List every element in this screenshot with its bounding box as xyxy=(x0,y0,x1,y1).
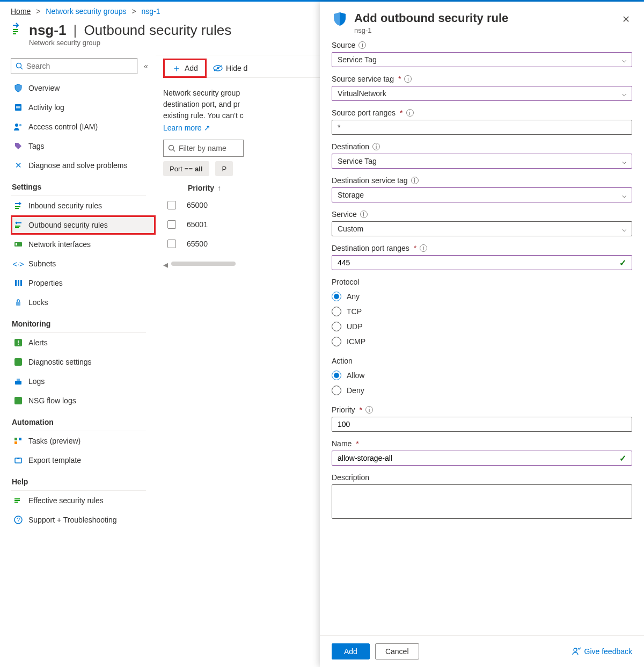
export-icon xyxy=(13,455,23,465)
sidebar-item-subnets[interactable]: <·>Subnets xyxy=(11,254,156,273)
sidebar-item-tasks[interactable]: Tasks (preview) xyxy=(11,431,156,451)
svg-rect-15 xyxy=(14,358,22,366)
protocol-udp[interactable]: UDP xyxy=(332,319,632,334)
sidebar-item-support[interactable]: ?Support + Troubleshooting xyxy=(11,510,156,530)
label-priority: Priority xyxy=(332,405,355,414)
scroll-left-icon[interactable]: ◂ xyxy=(163,259,168,271)
tag-icon xyxy=(13,141,23,151)
svg-rect-11 xyxy=(20,280,22,286)
filter-pill-port[interactable]: Port==all xyxy=(163,161,209,176)
sidebar-item-flowlogs[interactable]: NSG flow logs xyxy=(11,391,156,410)
shield-icon xyxy=(332,11,348,27)
sidebar-item-inbound[interactable]: Inbound security rules xyxy=(11,196,156,215)
sidebar-search[interactable] xyxy=(11,58,137,74)
learn-more-link[interactable]: Learn more ↗ xyxy=(163,124,210,132)
cancel-button[interactable]: Cancel xyxy=(375,643,419,659)
sidebar-item-nics[interactable]: Network interfaces xyxy=(11,235,156,254)
sidebar-item-logs[interactable]: Logs xyxy=(11,372,156,391)
inbound-icon xyxy=(13,201,23,211)
check-icon: ✓ xyxy=(619,258,626,268)
info-icon[interactable]: i xyxy=(420,244,427,252)
tasks-icon xyxy=(13,436,23,446)
destination-select[interactable]: Service Tag⌵ xyxy=(332,154,632,169)
sidebar-item-alerts[interactable]: !Alerts xyxy=(11,333,156,352)
source-ports-input[interactable] xyxy=(332,120,632,135)
label-description: Description xyxy=(332,473,369,482)
info-icon[interactable]: i xyxy=(411,177,419,184)
chevron-down-icon: ⌵ xyxy=(622,89,626,98)
action-deny[interactable]: Deny xyxy=(332,383,632,398)
sidebar-item-diagnostic[interactable]: Diagnostic settings xyxy=(11,352,156,372)
svg-rect-12 xyxy=(16,302,20,306)
info-icon[interactable]: i xyxy=(358,41,366,49)
protocol-any[interactable]: Any xyxy=(332,289,632,304)
close-icon[interactable]: ✕ xyxy=(620,11,632,27)
chevron-down-icon: ⌵ xyxy=(622,157,626,165)
row-checkbox[interactable] xyxy=(167,240,176,248)
sidebar-item-properties[interactable]: Properties xyxy=(11,273,156,293)
info-icon[interactable]: i xyxy=(365,406,373,414)
info-icon[interactable]: i xyxy=(360,211,368,218)
svg-line-29 xyxy=(173,150,175,152)
breadcrumb-item[interactable]: nsg-1 xyxy=(141,7,160,16)
protocol-tcp[interactable]: TCP xyxy=(332,304,632,319)
label-destination: Destination xyxy=(332,142,369,151)
priority-input[interactable] xyxy=(332,417,632,432)
chevron-down-icon: ⌵ xyxy=(622,224,626,233)
add-rule-panel: Add outbound security rule nsg-1 ✕ Sourc… xyxy=(320,2,644,667)
sidebar-item-locks[interactable]: Locks xyxy=(11,293,156,312)
breadcrumb-home[interactable]: Home xyxy=(11,7,31,16)
svg-point-28 xyxy=(169,146,174,150)
give-feedback-link[interactable]: Give feedback xyxy=(572,647,633,656)
filter-pill-extra[interactable]: P xyxy=(215,161,233,176)
svg-text:!: ! xyxy=(17,339,19,346)
hide-defaults-button[interactable]: Hide d xyxy=(207,59,254,78)
chevron-down-icon: ⌵ xyxy=(622,191,626,199)
svg-text:?: ? xyxy=(17,517,20,523)
horizontal-scrollbar[interactable] xyxy=(171,262,236,266)
info-icon[interactable]: i xyxy=(404,75,412,83)
page-title-name: nsg-1 xyxy=(29,22,66,38)
chevron-down-icon: ⌵ xyxy=(622,55,626,64)
svg-rect-17 xyxy=(17,379,20,381)
svg-rect-8 xyxy=(16,243,17,245)
label-protocol: Protocol xyxy=(332,278,359,286)
sidebar-item-export[interactable]: Export template xyxy=(11,451,156,470)
sidebar-item-overview[interactable]: Overview xyxy=(11,78,156,98)
info-icon[interactable]: i xyxy=(372,143,380,150)
sidebar-item-iam[interactable]: Access control (IAM) xyxy=(11,117,156,136)
info-icon[interactable]: i xyxy=(406,109,414,117)
add-button[interactable]: ＋Add xyxy=(163,59,207,78)
service-select[interactable]: Custom⌵ xyxy=(332,221,632,236)
label-service: Service xyxy=(332,210,357,219)
sidebar-group-settings: Settings xyxy=(11,175,146,196)
source-select[interactable]: Service Tag⌵ xyxy=(332,52,632,67)
sidebar-item-activity-log[interactable]: Activity log xyxy=(11,98,156,117)
svg-line-1 xyxy=(21,68,23,70)
sidebar-group-automation: Automation xyxy=(11,410,146,431)
panel-title: Add outbound security rule xyxy=(354,11,508,25)
sidebar-search-input[interactable] xyxy=(26,62,133,70)
row-checkbox[interactable] xyxy=(167,220,176,229)
dest-tag-select[interactable]: Storage⌵ xyxy=(332,187,632,202)
external-link-icon: ↗ xyxy=(204,124,210,132)
dest-ports-input[interactable]: ✓ xyxy=(332,255,632,270)
sidebar-item-outbound[interactable]: Outbound security rules xyxy=(11,215,156,235)
filter-by-name[interactable]: Filter by name xyxy=(163,140,244,157)
source-tag-select[interactable]: VirtualNetwork⌵ xyxy=(332,86,632,101)
add-rule-button[interactable]: Add xyxy=(332,643,370,659)
support-icon: ? xyxy=(13,515,23,525)
description-textarea[interactable] xyxy=(332,484,632,519)
search-icon xyxy=(16,62,23,70)
sidebar-collapse-button[interactable]: « xyxy=(144,62,148,70)
action-allow[interactable]: Allow xyxy=(332,368,632,383)
sidebar-item-tags[interactable]: Tags xyxy=(11,136,156,156)
logs-icon xyxy=(13,376,23,386)
name-input[interactable]: ✓ xyxy=(332,451,632,466)
check-icon: ✓ xyxy=(619,453,626,463)
sidebar-item-effective[interactable]: Effective security rules xyxy=(11,491,156,510)
sidebar-item-diagnose[interactable]: ✕Diagnose and solve problems xyxy=(11,156,156,175)
breadcrumb-groups[interactable]: Network security groups xyxy=(46,7,126,16)
protocol-icmp[interactable]: ICMP xyxy=(332,334,632,349)
row-checkbox[interactable] xyxy=(167,201,176,209)
